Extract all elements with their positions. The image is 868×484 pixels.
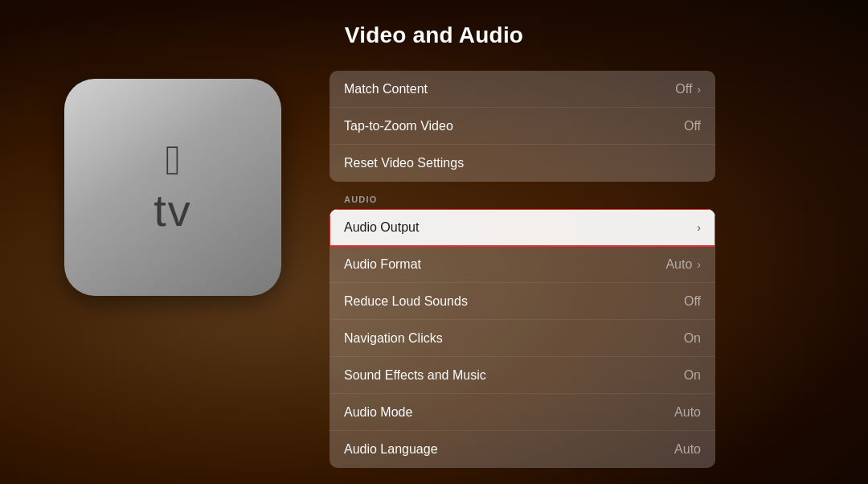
tap-zoom-label: Tap-to-Zoom Video bbox=[344, 119, 453, 133]
sound-effects-label: Sound Effects and Music bbox=[344, 368, 486, 383]
apple-tv-graphic:  tv bbox=[64, 79, 281, 296]
tap-zoom-value: Off bbox=[684, 119, 701, 133]
match-content-value: Off › bbox=[675, 82, 701, 96]
audio-mode-value: Auto bbox=[674, 405, 701, 420]
setting-row-match-content[interactable]: Match Content Off › bbox=[330, 71, 715, 108]
setting-row-audio-language[interactable]: Audio Language Auto bbox=[330, 431, 715, 468]
setting-row-audio-output[interactable]: Audio Output › bbox=[330, 209, 715, 246]
setting-row-audio-mode[interactable]: Audio Mode Auto bbox=[330, 394, 715, 431]
match-content-label: Match Content bbox=[344, 82, 428, 96]
reset-video-label: Reset Video Settings bbox=[344, 156, 464, 170]
tv-label: tv bbox=[154, 184, 192, 236]
nav-clicks-value: On bbox=[684, 331, 701, 346]
audio-format-label: Audio Format bbox=[344, 257, 421, 272]
audio-output-label: Audio Output bbox=[344, 220, 419, 235]
apple-logo-icon:  bbox=[166, 139, 181, 181]
settings-list: Match Content Off › Tap-to-Zoom Video Of… bbox=[330, 71, 715, 471]
audio-mode-label: Audio Mode bbox=[344, 405, 412, 420]
page-title: Video and Audio bbox=[345, 23, 523, 48]
audio-format-value: Auto › bbox=[665, 257, 701, 272]
setting-row-reset-video[interactable]: Reset Video Settings bbox=[330, 145, 715, 182]
setting-row-sound-effects[interactable]: Sound Effects and Music On bbox=[330, 357, 715, 394]
setting-row-reduce-loud[interactable]: Reduce Loud Sounds Off bbox=[330, 283, 715, 320]
reduce-loud-label: Reduce Loud Sounds bbox=[344, 294, 468, 309]
main-area:  tv Match Content Off › Tap-to-Zoom Vid… bbox=[0, 71, 868, 471]
audio-settings-group: Audio Output › Audio Format Auto › Reduc… bbox=[330, 209, 715, 468]
audio-language-value: Auto bbox=[674, 442, 701, 457]
page-content: Video and Audio  tv Match Content Off ›… bbox=[0, 0, 868, 484]
video-settings-group: Match Content Off › Tap-to-Zoom Video Of… bbox=[330, 71, 715, 182]
setting-row-audio-format[interactable]: Audio Format Auto › bbox=[330, 246, 715, 283]
setting-row-tap-zoom[interactable]: Tap-to-Zoom Video Off bbox=[330, 108, 715, 145]
reduce-loud-value: Off bbox=[684, 294, 701, 309]
nav-clicks-label: Navigation Clicks bbox=[344, 331, 443, 346]
setting-row-nav-clicks[interactable]: Navigation Clicks On bbox=[330, 320, 715, 357]
match-content-chevron: › bbox=[697, 83, 701, 96]
audio-section-label: AUDIO bbox=[330, 185, 715, 209]
audio-format-chevron: › bbox=[697, 258, 701, 271]
audio-language-label: Audio Language bbox=[344, 442, 438, 457]
audio-output-chevron: › bbox=[697, 221, 701, 234]
sound-effects-value: On bbox=[684, 368, 701, 383]
audio-output-chevron-area: › bbox=[697, 221, 701, 234]
